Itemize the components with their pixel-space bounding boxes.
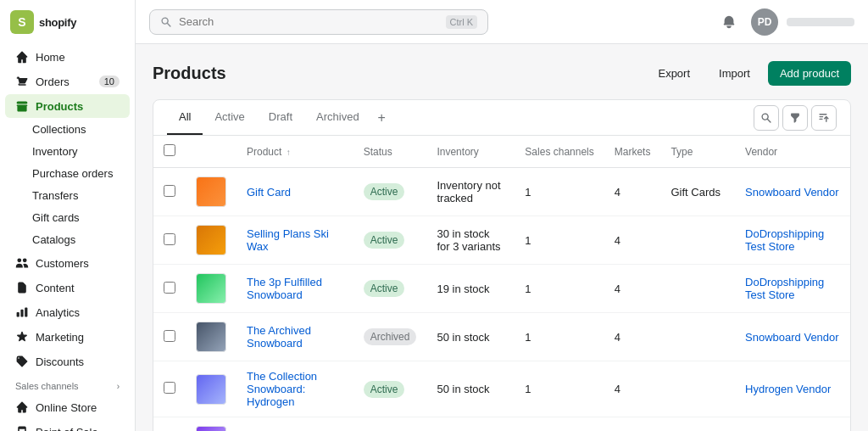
inventory-header[interactable]: Inventory [426,136,515,168]
discounts-icon [15,355,29,368]
table-row: Selling Plans Ski Wax Active 30 in stock… [153,216,850,265]
product-name-link[interactable]: The Collection Snowboard: Hydrogen [247,370,317,408]
status-badge: Active [364,183,405,200]
status-badge: Active [364,381,405,398]
row-vendor-cell: Hydrogen Vendor [735,417,850,432]
tab-active[interactable]: Active [203,100,256,135]
sidebar-item-pos[interactable]: Point of Sale [5,420,130,431]
product-thumbnail [196,374,226,405]
sidebar-item-discounts[interactable]: Discounts [5,350,130,373]
store-name-bar [787,18,854,26]
type-header[interactable]: Type [660,136,735,168]
products-tbody: Gift Card Active Inventory not tracked 1… [153,168,850,432]
page-title: Products [153,64,226,83]
search-box[interactable]: Ctrl K [149,9,488,35]
sidebar-item-analytics[interactable]: Analytics [5,300,130,324]
row-checkbox[interactable] [164,330,175,342]
row-image-cell [186,417,236,432]
sidebar-item-online-store[interactable]: Online Store [5,395,130,419]
search-filter-button[interactable] [754,105,779,131]
sidebar-marketing-label: Marketing [36,331,84,344]
shopify-logo-icon: S [10,10,34,34]
products-content: Products Export Import Add product All A… [136,44,868,431]
row-checkbox[interactable] [164,185,175,197]
search-shortcut: Ctrl K [446,15,478,29]
sidebar-item-home[interactable]: Home [5,45,130,69]
markets-header[interactable]: Markets [604,136,661,168]
product-header[interactable]: Product ↑ [236,136,353,168]
sort-button[interactable] [811,105,837,131]
product-thumbnail [196,273,226,304]
add-product-button[interactable]: Add product [768,61,851,86]
product-name-link[interactable]: Gift Card [247,186,291,199]
sidebar-content-label: Content [36,282,75,294]
row-checkbox-cell[interactable] [153,417,186,432]
sort-icon [818,112,830,124]
row-checkbox-cell[interactable] [153,361,186,417]
sales-channels-header[interactable]: Sales channels [515,136,604,168]
sidebar-item-orders[interactable]: Orders 10 [5,70,130,93]
row-vendor-cell: Hydrogen Vendor [735,361,850,417]
vendor-header[interactable]: Vendor [735,136,850,168]
select-all-header[interactable] [153,136,186,168]
row-type-cell [660,216,735,265]
row-markets-cell: 4 [604,417,661,432]
sidebar-item-marketing[interactable]: Marketing [5,325,130,349]
row-checkbox-cell[interactable] [153,313,186,361]
row-name-cell: The 3p Fulfilled Snowboard [236,265,353,313]
row-checkbox-cell[interactable] [153,216,186,265]
sales-channels-section[interactable]: Sales channels › [0,374,135,395]
sidebar-sub-transfers[interactable]: Transfers [5,185,130,206]
import-button[interactable]: Import [708,61,761,86]
sidebar-sub-gift-cards[interactable]: Gift cards [5,207,130,228]
row-inventory-cell: 19 in stock [426,265,515,313]
row-image-cell [186,265,236,313]
export-button[interactable]: Export [647,61,701,86]
notifications-button[interactable] [715,8,743,36]
row-inventory-cell: 50 in stock [426,417,515,432]
avatar[interactable]: PD [751,8,778,36]
status-badge: Active [364,280,405,297]
select-all-checkbox[interactable] [164,144,175,156]
sidebar-discounts-label: Discounts [36,355,84,368]
status-header[interactable]: Status [353,136,427,168]
search-input[interactable] [179,15,439,28]
sidebar-item-customers[interactable]: Customers [5,251,130,275]
row-checkbox-cell[interactable] [153,168,186,216]
sidebar-analytics-label: Analytics [36,306,80,319]
row-vendor-cell: DoDropshipping Test Store [735,265,850,313]
sidebar-sub-collections[interactable]: Collections [5,119,130,140]
row-type-cell: Gift Cards [660,168,735,216]
row-checkbox[interactable] [164,233,175,245]
sidebar-item-products[interactable]: Products [5,94,130,118]
tab-all[interactable]: All [167,100,203,135]
row-image-cell [186,168,236,216]
product-name-link[interactable]: Selling Plans Ski Wax [247,227,329,253]
products-card: All Active Draft Archived + [153,99,851,431]
filter-button[interactable] [782,105,808,131]
row-checkbox-cell[interactable] [153,265,186,313]
row-name-cell: Selling Plans Ski Wax [236,216,353,265]
product-name-link[interactable]: The 3p Fulfilled Snowboard [247,276,322,301]
tab-draft[interactable]: Draft [257,100,304,135]
product-name-link[interactable]: The Archived Snowboard [247,324,311,350]
product-thumbnail [196,225,226,255]
sidebar-sub-purchase-orders[interactable]: Purchase orders [5,163,130,184]
tabs-bar: All Active Draft Archived + [153,100,850,136]
sidebar-sub-inventory[interactable]: Inventory [5,141,130,162]
sidebar-item-content[interactable]: Content [5,276,130,299]
sidebar-sub-catalogs[interactable]: Catalogs [5,229,130,250]
add-tab-button[interactable]: + [371,102,392,134]
row-checkbox[interactable] [164,282,175,294]
table-header: Product ↑ Status Inventory Sales channel… [153,136,850,168]
row-inventory-cell: Inventory not tracked [426,168,515,216]
row-status-cell: Active [353,417,427,432]
row-checkbox[interactable] [164,382,175,394]
store-selector[interactable] [787,18,854,26]
sidebar-logo[interactable]: S shopify [0,0,135,41]
table-row: The Collection Snowboard: Liquid Active … [153,417,850,432]
orders-icon [15,75,29,88]
sidebar: S shopify Home Orders 10 Products Collec… [0,0,136,431]
tab-archived[interactable]: Archived [304,100,371,135]
row-inventory-cell: 50 in stock [426,361,515,417]
